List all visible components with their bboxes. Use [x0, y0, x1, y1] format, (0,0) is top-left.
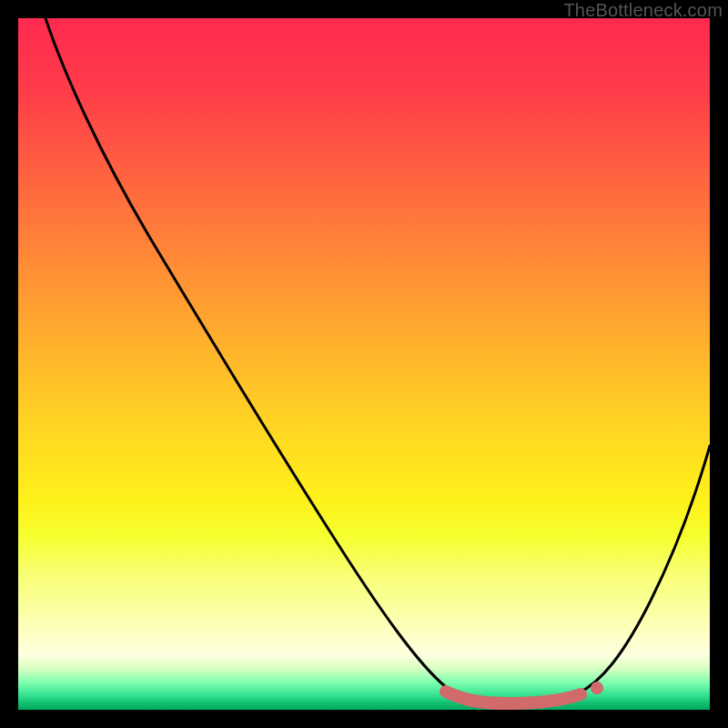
chart-container: TheBottleneck.com — [0, 0, 728, 728]
chart-svg — [18, 18, 710, 710]
watermark-text: TheBottleneck.com — [563, 0, 723, 21]
bottleneck-curve — [46, 18, 710, 703]
marker-band — [446, 692, 581, 703]
plot-area — [18, 18, 710, 710]
marker-dot — [591, 682, 603, 694]
